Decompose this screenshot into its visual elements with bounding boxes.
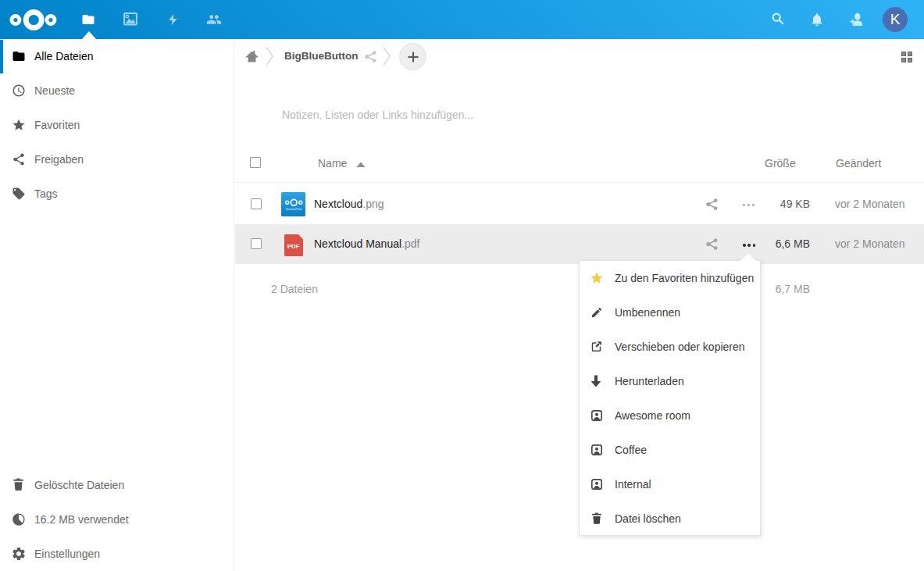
svg-text:PDF: PDF (287, 243, 300, 250)
svg-text:Nextcloud Hub: Nextcloud Hub (286, 208, 302, 211)
